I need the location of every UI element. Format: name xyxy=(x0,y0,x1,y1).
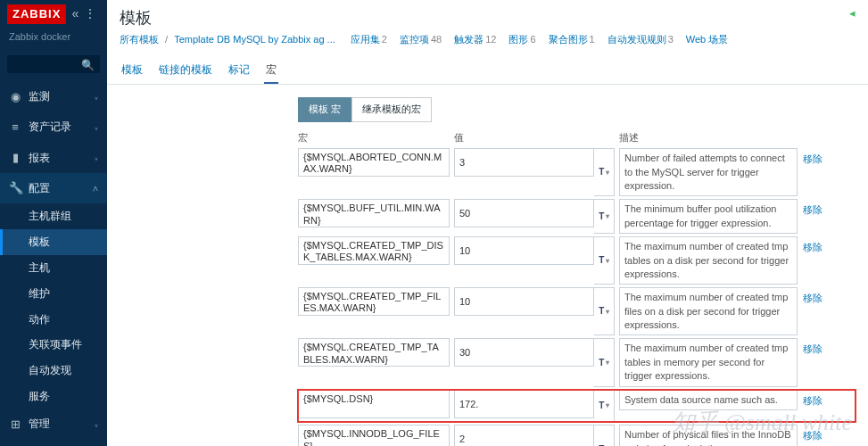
macro-row: {$MYSQL.CREATED_TMP_TABLES.MAX.WARN} T T… xyxy=(298,338,856,386)
macro-desc[interactable]: Number of physical files in the InnoDB r… xyxy=(619,425,798,446)
macro-row: {$MYSQL.INNODB_LOG_FILES} T Number of ph… xyxy=(298,425,856,446)
chevron-icon: ᵥ xyxy=(95,121,98,134)
macro-name-input[interactable]: {$MYSQL.DSN} xyxy=(298,390,450,418)
counter-num: 6 xyxy=(530,34,535,45)
type-button[interactable]: T xyxy=(594,199,615,234)
nav-item[interactable]: ▮报表ᵥ xyxy=(0,143,107,173)
main: ◂ 模板 所有模板 / Template DB MySQL by Zabbix … xyxy=(107,0,868,446)
nav-item[interactable]: ≡资产记录ᵥ xyxy=(0,112,107,143)
nav-sub-item[interactable]: 关联项事件 xyxy=(0,332,107,358)
macro-row: {$MYSQL.CREATED_TMP_DISK_TABLES.MAX.WARN… xyxy=(298,236,856,285)
chevron-icon: ᵥ xyxy=(95,91,98,103)
nav-item[interactable]: 🔧配置ᴧ xyxy=(0,173,107,203)
section-tab[interactable]: 链接的模板 xyxy=(157,58,214,85)
macro-desc[interactable]: System data source name such as . xyxy=(619,390,798,410)
macro-name-input[interactable]: {$MYSQL.CREATED_TMP_DISK_TABLES.MAX.WARN… xyxy=(298,236,450,265)
bc-current[interactable]: Template DB MySQL by Zabbix ag ... xyxy=(174,34,335,45)
macro-desc[interactable]: The maximum number of created tmp tables… xyxy=(619,338,798,386)
nav-label: 监测 xyxy=(29,89,50,104)
remove-link[interactable]: 移除 xyxy=(803,395,823,406)
section-tab[interactable]: 标记 xyxy=(227,58,252,85)
macro-desc[interactable]: The maximum number of created tmp tables… xyxy=(619,236,798,285)
macro-value-input[interactable] xyxy=(454,390,594,418)
search-icon[interactable]: 🔍 xyxy=(81,58,95,73)
counter-link[interactable]: 监控项 xyxy=(400,34,429,45)
counter-num: 3 xyxy=(668,34,674,45)
nav-sub-item[interactable]: 主机群组 xyxy=(0,203,107,229)
macro-desc[interactable]: Number of failed attempts to connect to … xyxy=(619,148,798,196)
nav-item[interactable]: ◉监测ᵥ xyxy=(0,82,107,112)
counter-link[interactable]: 自动发现规则 xyxy=(608,34,666,45)
nav-label: 配置 xyxy=(29,181,50,196)
counter-link[interactable]: 聚合图形 xyxy=(549,34,588,45)
sidebar: ZABBIX « ⋮ Zabbix docker 🔍 ◉监测ᵥ≡资产记录ᵥ▮报表… xyxy=(0,0,107,446)
counter-link[interactable]: 触发器 xyxy=(454,34,484,45)
nav-icon: 🔧 xyxy=(9,180,21,196)
breadcrumb: 所有模板 / Template DB MySQL by Zabbix ag ..… xyxy=(107,33,868,52)
macro-value-input[interactable] xyxy=(454,338,594,367)
macro-name-input[interactable]: {$MYSQL.BUFF_UTIL.MIN.WARN} xyxy=(298,199,450,227)
macro-row: {$MYSQL.CREATED_TMP_FILES.MAX.WARN} T Th… xyxy=(298,287,856,335)
nav-sub-item[interactable]: 自动发现 xyxy=(0,358,107,384)
remove-link[interactable]: 移除 xyxy=(803,430,823,441)
macro-tab[interactable]: 模板 宏 xyxy=(298,97,351,121)
macro-value-input[interactable] xyxy=(454,148,594,177)
macro-desc[interactable]: The minimum buffer pool utilization perc… xyxy=(619,199,798,234)
nav-sub-item[interactable]: 动作 xyxy=(0,307,107,333)
th-desc: 描述 xyxy=(619,131,806,145)
macro-desc[interactable]: The maximum number of created tmp files … xyxy=(619,287,798,335)
remove-link[interactable]: 移除 xyxy=(803,204,823,215)
remove-link[interactable]: 移除 xyxy=(803,293,823,303)
type-button[interactable]: T xyxy=(594,338,615,386)
counter-num: 48 xyxy=(431,34,442,45)
type-button[interactable]: T xyxy=(594,148,615,196)
macro-row: {$MYSQL.ABORTED_CONN.MAX.WARN} T Number … xyxy=(298,148,856,196)
nav-icon: ⊞ xyxy=(9,417,21,433)
macro-name-input[interactable]: {$MYSQL.INNODB_LOG_FILES} xyxy=(298,425,450,446)
search-box: 🔍 xyxy=(7,55,100,73)
nav-item[interactable]: ⊞管理ᵥ xyxy=(0,409,107,440)
collapse-icon[interactable]: « xyxy=(71,5,79,23)
macro-value-input[interactable] xyxy=(454,236,594,265)
type-button[interactable]: T xyxy=(594,287,615,335)
section-tab[interactable]: 宏 xyxy=(264,58,278,85)
macro-row: {$MYSQL.BUFF_UTIL.MIN.WARN} T The minimu… xyxy=(298,199,856,234)
section-tab[interactable]: 模板 xyxy=(120,58,145,85)
chevron-icon: ᴧ xyxy=(93,182,98,194)
nav-icon: ≡ xyxy=(9,120,21,136)
nav-sub-item[interactable]: 服务 xyxy=(0,384,107,409)
counter-num: 1 xyxy=(590,34,595,45)
nav-icon: ▮ xyxy=(9,150,21,166)
counter-link[interactable]: 图形 xyxy=(508,34,528,45)
th-val: 值 xyxy=(454,131,619,145)
logo[interactable]: ZABBIX xyxy=(7,4,66,24)
nav-sub-item[interactable]: 主机 xyxy=(0,255,107,281)
type-button[interactable]: T xyxy=(594,425,615,446)
macro-tab[interactable]: 继承模板的宏 xyxy=(351,97,432,121)
nav-label: 管理 xyxy=(29,417,50,432)
counter-link[interactable]: 应用集 xyxy=(351,34,380,45)
nav-icon: ◉ xyxy=(9,89,21,105)
nav-sub-item[interactable]: 维护 xyxy=(0,281,107,307)
macro-value-input[interactable] xyxy=(454,287,594,316)
nav-sub-item[interactable]: 模板 xyxy=(0,229,107,255)
chevron-icon: ᵥ xyxy=(95,152,98,164)
remove-link[interactable]: 移除 xyxy=(803,343,823,354)
type-button[interactable]: T xyxy=(594,236,615,285)
nav-label: 报表 xyxy=(29,151,50,166)
macro-value-input[interactable] xyxy=(454,425,594,446)
macro-name-input[interactable]: {$MYSQL.CREATED_TMP_FILES.MAX.WARN} xyxy=(298,287,450,316)
counter-num: 12 xyxy=(485,34,496,45)
remove-link[interactable]: 移除 xyxy=(803,153,823,164)
macro-value-input[interactable] xyxy=(454,199,594,227)
macro-name-input[interactable]: {$MYSQL.CREATED_TMP_TABLES.MAX.WARN} xyxy=(298,338,450,367)
remove-link[interactable]: 移除 xyxy=(803,242,823,252)
menu-icon[interactable]: ⋮ xyxy=(84,5,96,23)
counter-num: 2 xyxy=(382,34,387,45)
th-macro: 宏 xyxy=(298,131,454,145)
counter-link[interactable]: Web 场景 xyxy=(686,34,728,45)
nav-label: 资产记录 xyxy=(29,120,71,135)
type-button[interactable]: T xyxy=(594,390,615,423)
bc-root[interactable]: 所有模板 xyxy=(120,34,159,45)
macro-name-input[interactable]: {$MYSQL.ABORTED_CONN.MAX.WARN} xyxy=(298,148,450,177)
